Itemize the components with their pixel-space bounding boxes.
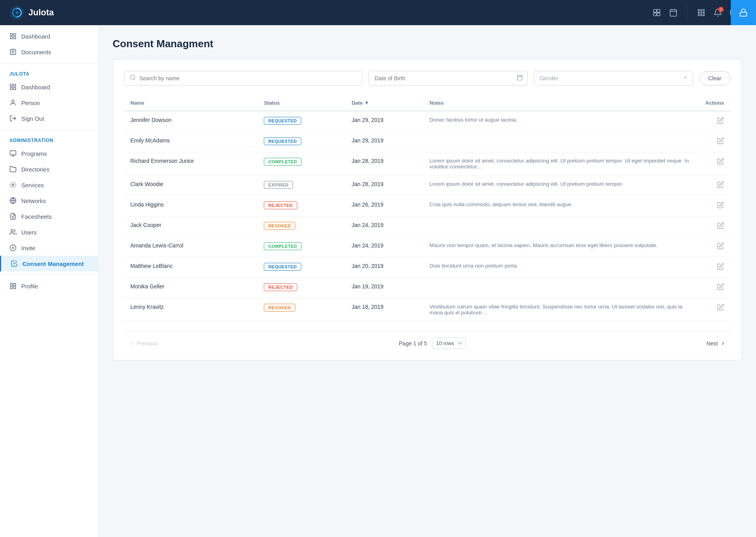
- edit-icon[interactable]: [717, 159, 724, 166]
- cell-status: REJECTED: [258, 196, 345, 216]
- table-row: Linda Higgins REJECTED Jan 26, 2019 Cras…: [124, 196, 730, 216]
- sidebar-item-directories[interactable]: Directories: [0, 161, 98, 177]
- svg-rect-19: [740, 12, 747, 16]
- cell-date: Jan 20, 2019: [345, 257, 423, 278]
- sidebar-label: Sign Out: [21, 115, 44, 122]
- gender-select[interactable]: Gender Male Female Other: [534, 71, 693, 86]
- cell-name: Linda Higgins: [124, 196, 258, 216]
- edit-icon[interactable]: [717, 284, 724, 292]
- svg-point-10: [698, 9, 700, 11]
- status-badge: REVOKED: [264, 222, 295, 230]
- cell-actions: [699, 111, 730, 132]
- sidebar-label: Directories: [21, 166, 50, 173]
- table-row: Jennifer Dowson REQUESTED Jan 29, 2019 D…: [124, 111, 730, 132]
- lock-button[interactable]: [731, 0, 756, 25]
- cell-status: REVOKED: [258, 216, 345, 237]
- cell-notes: Lorem ipsum dolor sit amet, consectetur …: [423, 175, 699, 196]
- svg-rect-4: [654, 13, 656, 16]
- sidebar-item-person[interactable]: Person: [0, 95, 98, 111]
- apps-icon[interactable]: [697, 8, 706, 17]
- forms-icon[interactable]: [652, 8, 661, 17]
- cell-notes: Mauris non tempor quam, et lacinia sapie…: [423, 237, 699, 257]
- sidebar-label: Person: [21, 100, 40, 106]
- sidebar-item-consent-management[interactable]: Consent Management: [0, 256, 98, 271]
- svg-line-51: [134, 79, 135, 80]
- calendar-icon[interactable]: [669, 8, 678, 17]
- svg-point-42: [11, 229, 13, 232]
- edit-icon[interactable]: [717, 264, 724, 271]
- facesheets-icon: [9, 213, 17, 220]
- users-icon: [9, 229, 17, 236]
- cell-name: Richard Emmerson Junior: [124, 152, 258, 175]
- sidebar-item-documents[interactable]: Documents: [0, 44, 98, 60]
- search-wrap: [124, 71, 362, 86]
- svg-point-32: [12, 100, 14, 102]
- person-icon: [9, 99, 17, 106]
- cell-name: Jack Cooper: [124, 216, 258, 237]
- clear-button[interactable]: Clear: [699, 71, 730, 85]
- sidebar-item-services[interactable]: Services: [0, 177, 98, 193]
- cell-actions: [699, 257, 730, 278]
- sidebar-item-sign-out[interactable]: Sign Out: [0, 111, 98, 126]
- sidebar-item-networks[interactable]: Networks: [0, 193, 98, 209]
- dob-input[interactable]: [369, 71, 528, 86]
- edit-icon[interactable]: [717, 138, 724, 146]
- table-row: Richard Emmerson Junior COMPLETED Jan 28…: [124, 152, 730, 175]
- rows-per-page-select[interactable]: 10 rows 25 rows 50 rows: [432, 338, 466, 349]
- logo[interactable]: Julota: [9, 5, 54, 20]
- topnav-right: 1 👩: [652, 4, 747, 21]
- svg-point-12: [703, 9, 705, 11]
- svg-rect-5: [657, 13, 660, 16]
- col-status: Status: [258, 95, 345, 111]
- svg-rect-2: [654, 9, 656, 12]
- cell-actions: [699, 175, 730, 196]
- consent-table: Name Status Date ▼ Notes Actions Jennife…: [124, 95, 730, 321]
- cell-notes: Cras quis nulla commodo, aliquam lectus …: [423, 196, 699, 216]
- cell-name: Jennifer Dowson: [124, 111, 258, 132]
- dashboard-icon: [9, 83, 17, 90]
- main-content: Consent Managment: [98, 25, 756, 537]
- sidebar-label: Services: [21, 182, 44, 188]
- cell-actions: [699, 132, 730, 152]
- status-badge: COMPLETED: [264, 242, 301, 250]
- page-info: Page 1 of 5: [399, 340, 427, 347]
- edit-icon[interactable]: [717, 305, 724, 312]
- svg-point-15: [703, 12, 705, 13]
- search-input[interactable]: [124, 71, 362, 86]
- cell-name: Monika Geller: [124, 278, 258, 298]
- dob-wrap: [369, 71, 528, 86]
- edit-icon[interactable]: [717, 244, 724, 251]
- cell-notes: Donec facilisis tortor ut augue lacinia.: [423, 111, 699, 132]
- col-date[interactable]: Date ▼: [345, 95, 423, 111]
- sidebar-item-profile[interactable]: Profile: [0, 278, 98, 294]
- cell-actions: [699, 237, 730, 257]
- cell-notes: Duis tincidunt urna non pretium porta.: [423, 257, 699, 278]
- status-badge: REVOKED: [264, 304, 295, 312]
- sidebar-item-dashboard-julota[interactable]: Dashboard: [0, 79, 98, 95]
- svg-rect-22: [14, 37, 16, 39]
- sidebar-item-dashboard-top[interactable]: Dashboard: [0, 28, 98, 44]
- notifications-icon[interactable]: 1: [713, 8, 722, 17]
- next-button[interactable]: Next: [702, 338, 730, 349]
- consent-table-container: Name Status Date ▼ Notes Actions Jennife…: [124, 95, 730, 321]
- sidebar-divider-bottom: [0, 275, 98, 275]
- programs-icon: [9, 150, 17, 157]
- cell-name: Clark Woodie: [124, 175, 258, 196]
- previous-button[interactable]: Previous: [124, 338, 163, 349]
- networks-icon: [9, 197, 17, 204]
- sidebar-item-users[interactable]: Users: [0, 224, 98, 240]
- edit-icon[interactable]: [717, 182, 724, 190]
- cell-name: Emily McAdams: [124, 132, 258, 152]
- cell-status: REQUESTED: [258, 257, 345, 278]
- edit-icon[interactable]: [717, 118, 724, 125]
- cell-date: Jan 19, 2019: [345, 278, 423, 298]
- cell-notes: Lorem ipsum dolor sit amet, consectetur …: [423, 152, 699, 175]
- svg-point-11: [700, 9, 702, 11]
- sign-out-icon: [9, 115, 17, 122]
- edit-icon[interactable]: [717, 203, 724, 210]
- sidebar-item-programs[interactable]: Programs: [0, 146, 98, 161]
- sidebar-item-facesheets[interactable]: Facesheets: [0, 209, 98, 224]
- notification-count: 1: [718, 7, 724, 12]
- edit-icon[interactable]: [717, 223, 724, 231]
- sidebar-item-invite[interactable]: Invite: [0, 240, 98, 256]
